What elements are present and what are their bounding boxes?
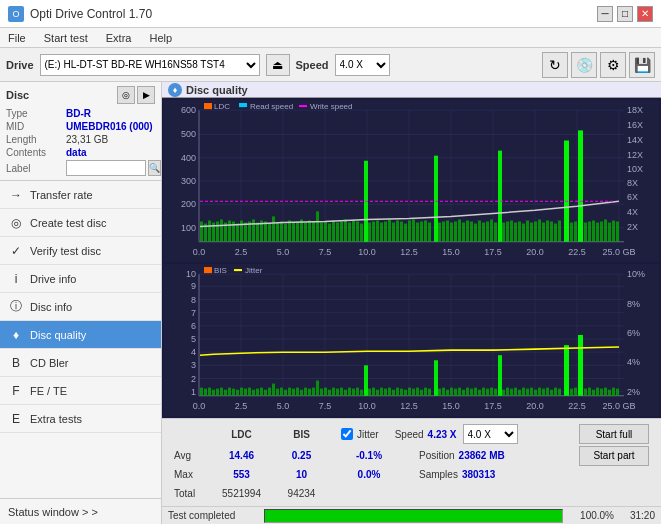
close-button[interactable]: ✕ (637, 6, 653, 22)
start-buttons: Start full (579, 424, 649, 444)
svg-rect-74 (288, 221, 291, 242)
svg-rect-137 (542, 223, 545, 242)
svg-rect-153 (612, 221, 615, 242)
svg-text:6X: 6X (627, 192, 638, 202)
drive-select[interactable]: (E:) HL-DT-ST BD-RE WH16NS58 TST4 (40, 54, 260, 76)
svg-text:22.5: 22.5 (568, 401, 585, 411)
svg-rect-296 (554, 388, 557, 396)
start-full-button[interactable]: Start full (579, 424, 649, 444)
svg-rect-224 (264, 390, 267, 396)
svg-text:20.0: 20.0 (526, 247, 543, 257)
svg-text:4X: 4X (627, 208, 638, 218)
menu-help[interactable]: Help (145, 32, 176, 44)
disc-icon-btn-1[interactable]: ◎ (117, 86, 135, 104)
type-label: Type (6, 108, 66, 119)
svg-rect-76 (296, 222, 299, 242)
jitter-checkbox[interactable] (341, 428, 353, 440)
max-row-label: Max (174, 469, 209, 480)
svg-rect-273 (462, 390, 465, 396)
svg-rect-219 (244, 389, 247, 396)
svg-rect-280 (490, 388, 493, 396)
svg-rect-242 (336, 389, 339, 396)
svg-rect-70 (272, 217, 275, 242)
drive-label: Drive (6, 59, 34, 71)
maximize-button[interactable]: □ (617, 6, 633, 22)
svg-rect-120 (474, 224, 477, 242)
svg-text:0.0: 0.0 (193, 401, 205, 411)
svg-rect-231 (292, 389, 295, 396)
svg-rect-102 (400, 222, 403, 242)
svg-rect-291 (534, 390, 537, 396)
svg-text:600: 600 (181, 105, 196, 115)
svg-text:15.0: 15.0 (442, 247, 459, 257)
sidebar-item-drive-info[interactable]: i Drive info (0, 265, 161, 293)
svg-rect-216 (232, 389, 235, 396)
svg-rect-289 (526, 389, 529, 396)
sidebar-item-cd-bler[interactable]: B CD Bler (0, 349, 161, 377)
svg-text:10: 10 (186, 269, 196, 279)
svg-rect-119 (470, 222, 473, 242)
fe-te-label: FE / TE (30, 385, 67, 397)
sidebar-item-disc-quality[interactable]: ♦ Disc quality (0, 321, 161, 349)
sidebar-item-disc-info[interactable]: ⓘ Disc info (0, 293, 161, 321)
ldc-chart: 600 500 400 300 200 100 18X 16X 14X 12X … (164, 100, 659, 262)
save-button[interactable]: 💾 (629, 52, 655, 78)
svg-rect-234 (304, 388, 307, 396)
bis-col-header: BIS (274, 429, 329, 440)
menu-start-test[interactable]: Start test (40, 32, 92, 44)
disc-info-icon: ⓘ (8, 299, 24, 315)
svg-rect-126 (494, 223, 497, 242)
sidebar-item-fe-te[interactable]: F FE / TE (0, 377, 161, 405)
disc-label-input[interactable] (66, 160, 146, 176)
svg-text:5: 5 (191, 334, 196, 344)
app-title: Opti Drive Control 1.70 (30, 7, 152, 21)
svg-rect-121 (478, 221, 481, 242)
sidebar-item-extra-tests[interactable]: E Extra tests (0, 405, 161, 433)
svg-rect-130 (514, 223, 517, 242)
svg-rect-310 (616, 389, 619, 396)
svg-rect-253 (380, 388, 383, 396)
refresh-button[interactable]: ↻ (542, 52, 568, 78)
svg-rect-83 (324, 222, 327, 242)
menu-extra[interactable]: Extra (102, 32, 136, 44)
svg-text:12X: 12X (627, 150, 643, 160)
cd-icon-button[interactable]: 💿 (571, 52, 597, 78)
settings-icon-button[interactable]: ⚙ (600, 52, 626, 78)
speed-select[interactable]: 4.0 X (335, 54, 390, 76)
svg-rect-72 (280, 222, 283, 242)
svg-text:8: 8 (191, 295, 196, 305)
menu-file[interactable]: File (4, 32, 30, 44)
svg-rect-54 (208, 221, 211, 242)
svg-text:20.0: 20.0 (526, 401, 543, 411)
svg-rect-147 (588, 222, 591, 242)
eject-button[interactable]: ⏏ (266, 54, 290, 76)
svg-rect-228 (280, 388, 283, 396)
svg-rect-220 (248, 388, 251, 396)
svg-rect-209 (204, 389, 207, 396)
svg-rect-78 (304, 223, 307, 242)
disc-icon-btn-2[interactable]: ▶ (137, 86, 155, 104)
svg-rect-117 (462, 223, 465, 242)
svg-rect-278 (482, 388, 485, 396)
svg-rect-45 (204, 103, 212, 109)
svg-rect-127 (502, 223, 505, 242)
svg-rect-104 (408, 221, 411, 242)
svg-text:4: 4 (191, 347, 196, 357)
svg-rect-115 (454, 222, 457, 242)
status-text: Test completed (168, 510, 258, 521)
sidebar-item-transfer-rate[interactable]: → Transfer rate (0, 181, 161, 209)
svg-rect-91 (356, 222, 359, 242)
avg-bis: 0.25 (274, 450, 329, 461)
svg-rect-146 (584, 223, 587, 242)
disc-label-btn[interactable]: 🔍 (148, 160, 161, 176)
minimize-button[interactable]: ─ (597, 6, 613, 22)
svg-rect-285 (510, 389, 513, 396)
sidebar-item-verify-test-disc[interactable]: ✓ Verify test disc (0, 237, 161, 265)
start-part-button[interactable]: Start part (579, 446, 649, 466)
status-window-button[interactable]: Status window > > (0, 498, 161, 524)
svg-rect-307 (604, 388, 607, 396)
svg-rect-222 (256, 389, 259, 396)
speed-stats-select[interactable]: 4.0 X (463, 424, 518, 444)
sidebar-item-create-test-disc[interactable]: ◎ Create test disc (0, 209, 161, 237)
bis-chart-svg: 10 9 8 7 6 5 4 3 2 1 10% 8% 6% 4% 2% (164, 264, 659, 416)
